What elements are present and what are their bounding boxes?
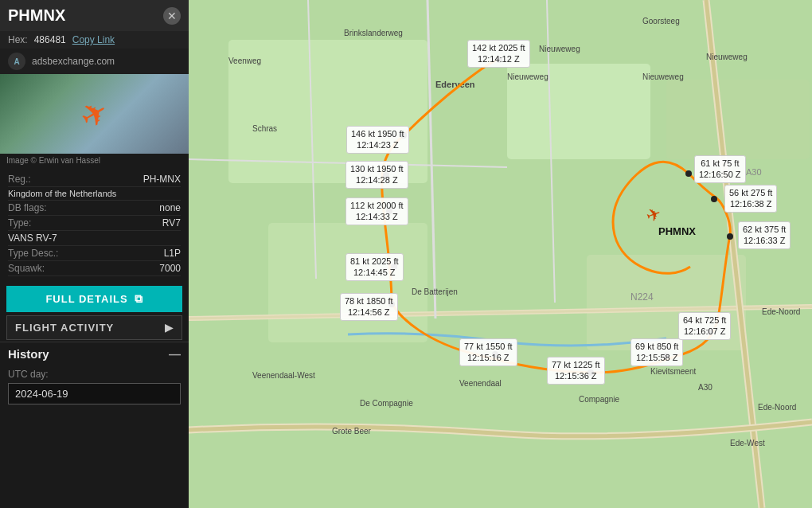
db-flags-value: none bbox=[159, 202, 181, 213]
svg-text:Grote Beer: Grote Beer bbox=[332, 427, 372, 436]
svg-text:De Compagnie: De Compagnie bbox=[360, 399, 413, 408]
svg-point-41 bbox=[388, 301, 395, 307]
db-flags-label: DB flags: bbox=[8, 202, 47, 213]
db-flags-row: DB flags: none bbox=[8, 201, 181, 216]
svg-text:A30: A30 bbox=[746, 167, 762, 177]
full-details-label: FULL DETAILS bbox=[45, 293, 127, 305]
type-row: Type: RV7 bbox=[8, 216, 181, 231]
type-value: RV7 bbox=[162, 217, 181, 229]
svg-point-47 bbox=[711, 196, 717, 202]
copy-link[interactable]: Copy Link bbox=[72, 34, 115, 45]
map: N224 A30 Ederveen De Batterijen Veenenda… bbox=[189, 0, 812, 508]
country-value: Kingdom of the Netherlands bbox=[8, 189, 116, 198]
svg-point-40 bbox=[391, 264, 397, 270]
photo-credit: Image © Erwin van Hassel bbox=[0, 154, 189, 167]
svg-text:Nieuweweg: Nieuweweg bbox=[706, 53, 748, 61]
type-desc-row: VANS RV-7 bbox=[8, 231, 181, 246]
svg-point-46 bbox=[727, 233, 733, 240]
aircraft-photo bbox=[0, 74, 189, 154]
close-button[interactable]: ✕ bbox=[163, 7, 181, 25]
svg-text:Goorsteeg: Goorsteeg bbox=[642, 17, 680, 25]
map-svg: N224 A30 Ederveen De Batterijen Veenenda… bbox=[189, 0, 812, 508]
svg-text:Nieuweweg: Nieuweweg bbox=[642, 72, 684, 81]
type-desc-label: Type Desc.: bbox=[8, 248, 58, 259]
svg-point-48 bbox=[685, 170, 692, 177]
svg-text:Veenendaal-West: Veenendaal-West bbox=[252, 371, 315, 380]
reg-label: Reg.: bbox=[8, 174, 31, 185]
svg-text:PHMNX: PHMNX bbox=[658, 225, 696, 237]
date-input[interactable] bbox=[8, 383, 181, 404]
svg-text:Nieuweweg: Nieuweweg bbox=[507, 72, 548, 81]
svg-text:Brinkslanderweg: Brinkslanderweg bbox=[344, 29, 403, 37]
svg-rect-2 bbox=[268, 223, 427, 342]
svg-point-44 bbox=[663, 353, 670, 359]
svg-text:De Batterijen: De Batterijen bbox=[412, 287, 458, 296]
plane-silhouette bbox=[0, 74, 189, 154]
hex-label: Hex: bbox=[8, 34, 28, 45]
sidebar: PHMNX ✕ Hex: 486481 Copy Link A adsbexch… bbox=[0, 0, 189, 508]
svg-point-43 bbox=[588, 369, 594, 376]
external-link-icon: ⧉ bbox=[135, 292, 143, 306]
hex-value: 486481 bbox=[34, 34, 66, 45]
reg-row: Reg.: PH-MNX bbox=[8, 172, 181, 187]
svg-text:Ede-Noord: Ede-Noord bbox=[762, 307, 800, 316]
utc-label: UTC day: bbox=[0, 369, 189, 383]
svg-text:Compagnie: Compagnie bbox=[579, 395, 620, 404]
flight-activity-button[interactable]: FLIGHT ACTIVITY ▶ bbox=[6, 315, 182, 340]
ads-row: A adsbexchange.com bbox=[0, 49, 189, 74]
svg-rect-4 bbox=[587, 255, 746, 350]
svg-point-39 bbox=[386, 208, 392, 214]
chevron-right-icon: ▶ bbox=[165, 322, 174, 334]
ads-logo: A bbox=[8, 53, 25, 70]
reg-value: PH-MNX bbox=[143, 174, 181, 185]
type-desc-code: L1P bbox=[164, 248, 181, 259]
svg-rect-5 bbox=[666, 80, 810, 159]
svg-text:Veenendaal: Veenendaal bbox=[459, 379, 502, 388]
svg-point-38 bbox=[383, 172, 389, 178]
svg-point-45 bbox=[707, 329, 713, 335]
squawk-value: 7000 bbox=[159, 263, 181, 274]
squawk-label: Squawk: bbox=[8, 263, 45, 274]
svg-point-42 bbox=[492, 351, 498, 358]
svg-text:Ede-West: Ede-West bbox=[730, 439, 765, 447]
type-label: Type: bbox=[8, 217, 31, 229]
minus-icon: — bbox=[169, 347, 181, 361]
svg-point-37 bbox=[400, 132, 407, 139]
title-bar: PHMNX ✕ bbox=[0, 0, 189, 31]
history-label: History bbox=[8, 347, 49, 361]
svg-point-36 bbox=[496, 57, 502, 63]
type-desc-value: VANS RV-7 bbox=[8, 233, 57, 244]
svg-text:Veenweg: Veenweg bbox=[228, 57, 261, 65]
history-header: History — bbox=[8, 347, 181, 361]
svg-text:Nieuweweg: Nieuweweg bbox=[539, 45, 580, 53]
hex-row: Hex: 486481 Copy Link bbox=[0, 31, 189, 49]
squawk-row: Squawk: 7000 bbox=[8, 261, 181, 276]
history-section: History — bbox=[0, 342, 189, 369]
svg-text:Schras: Schras bbox=[252, 124, 277, 133]
flight-activity-label: FLIGHT ACTIVITY bbox=[15, 322, 114, 334]
ads-site: adsbexchange.com bbox=[32, 56, 115, 67]
full-details-button[interactable]: FULL DETAILS ⧉ bbox=[6, 286, 182, 312]
svg-text:N224: N224 bbox=[630, 291, 654, 303]
type-desc-label-row: Type Desc.: L1P bbox=[8, 246, 181, 261]
country-row: Kingdom of the Netherlands bbox=[8, 187, 181, 201]
svg-text:A30: A30 bbox=[698, 383, 712, 392]
info-table: Reg.: PH-MNX Kingdom of the Netherlands … bbox=[0, 167, 189, 281]
svg-text:Ede-Noord: Ede-Noord bbox=[758, 403, 796, 412]
svg-text:Kievitsmeent: Kievitsmeent bbox=[650, 367, 696, 376]
aircraft-id: PHMNX bbox=[8, 6, 65, 25]
